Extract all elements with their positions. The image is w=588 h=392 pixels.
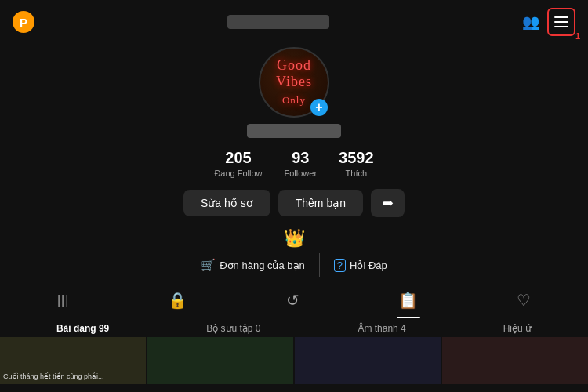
badge-1: 1 [575,31,580,41]
divider [319,253,320,277]
tab-label-effects[interactable]: Hiệu ứ [503,323,532,334]
stat-likes: 3592 Thích [339,149,374,178]
promo-row: 🛒 Đơn hàng của bạn ? Hỏi Đáp [201,253,387,277]
tab-likes-icon[interactable]: ♡ [509,288,539,313]
header-username-bar [227,15,329,29]
qa-label: Hỏi Đáp [350,260,387,271]
avatar-wrap: GoodVibesOnly + [259,47,329,118]
add-friend-button[interactable]: Thêm bạn [278,190,363,216]
likes-label: Thích [346,169,368,178]
stats-row: 205 Đang Follow 93 Follower 3592 Thích [214,149,373,178]
qa-promo[interactable]: ? Hỏi Đáp [334,259,387,272]
order-label: Đơn hàng của bạn [220,260,305,271]
likes-count: 3592 [339,149,374,167]
add-avatar-button[interactable]: + [310,99,328,116]
tab-label-collections[interactable]: Bộ sưu tập 0 [206,323,260,334]
person-icon[interactable]: 👥 [522,13,539,31]
order-promo[interactable]: 🛒 Đơn hàng của bạn [201,258,305,272]
following-label: Đang Follow [214,169,262,178]
crown-row: 👑 [284,228,305,249]
share-icon: ➦ [382,195,394,211]
following-count: 205 [225,149,251,167]
thumbnail-3[interactable] [295,337,441,384]
tab-tagged-icon[interactable]: 📋 [390,288,426,313]
username-bar [247,124,341,138]
action-row: Sửa hồ sơ Thêm bạn ➦ [183,189,405,217]
tab-labels: Bài đăng 99 Bộ sưu tập 0 Âm thanh 4 Hiệu… [0,318,588,337]
tab-bar: ||| 🔒 ↺ 📋 ♡ [8,288,580,318]
header-right: 👥 [522,8,575,36]
stat-followers: 93 Follower [285,149,318,178]
thumbnail-4[interactable] [442,337,588,384]
crown-icon: 👑 [284,228,305,249]
profile-section: GoodVibesOnly + 205 Đang Follow 93 Follo… [0,41,588,288]
follower-label: Follower [285,169,318,178]
avatar-text: GoodVibesOnly [276,57,312,108]
qa-icon: ? [334,259,346,272]
thumbnail-1[interactable]: Cuối tháng hết tiền cùng phải... [0,337,146,384]
stat-following: 205 Đang Follow [214,149,262,178]
share-button[interactable]: ➦ [371,189,405,217]
thumb-text-1: Cuối tháng hết tiền cùng phải... [3,372,104,381]
thumbnails-row: Cuối tháng hết tiền cùng phải... [0,337,588,384]
tab-label-sounds[interactable]: Âm thanh 4 [358,323,405,334]
thumbnail-2[interactable] [147,337,293,384]
follower-count: 93 [292,149,309,167]
p-icon[interactable]: P [13,11,34,33]
menu-button[interactable] [547,8,575,36]
tab-repost-icon[interactable]: ↺ [278,288,307,313]
tab-posts-icon[interactable]: ||| [49,290,77,310]
header: P 👥 1 [0,0,588,41]
cart-icon: 🛒 [201,258,216,272]
tab-label-posts[interactable]: Bài đăng 99 [56,323,109,334]
edit-profile-button[interactable]: Sửa hồ sơ [183,190,270,216]
tab-saved-icon[interactable]: 🔒 [160,288,195,313]
